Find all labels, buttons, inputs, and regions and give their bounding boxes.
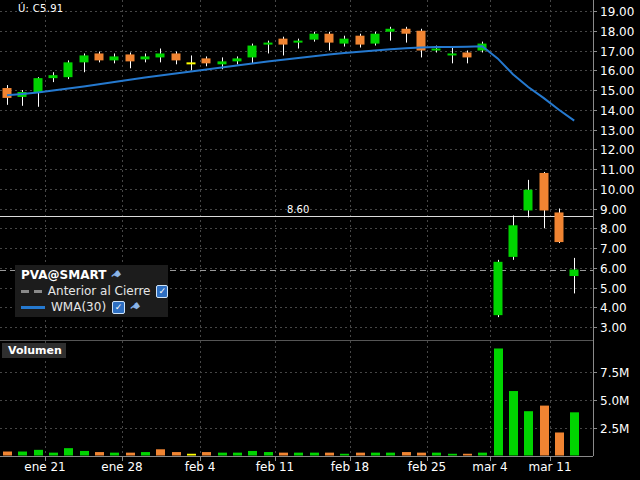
chart-legend: PVA@SMART ☚ Anterior al Cierre ✓ WMA(30)… — [15, 265, 168, 317]
volume-bar — [432, 453, 441, 456]
candle-body — [3, 88, 12, 98]
candle-body — [64, 62, 73, 77]
volume-axis-label: 5.0M — [600, 394, 629, 408]
candle-body — [110, 56, 119, 60]
candle-body — [172, 53, 181, 60]
candle-body — [402, 29, 411, 34]
price-axis-label: 5.00 — [600, 282, 627, 296]
volume-bar — [325, 453, 334, 456]
candle-body — [463, 52, 472, 57]
candle-body — [432, 49, 441, 51]
volume-bar — [417, 453, 426, 456]
candle-body — [264, 43, 273, 45]
volume-bar — [64, 448, 73, 455]
date-axis-label: feb 11 — [256, 460, 294, 474]
price-axis-label: 4.00 — [600, 301, 627, 315]
candle-body — [233, 58, 242, 61]
date-axis-label: ene 28 — [101, 460, 142, 474]
volume-bar — [279, 453, 288, 456]
last-price-label: Ú: C5.91 — [18, 3, 64, 14]
volume-bar — [264, 452, 273, 455]
hand-pointer-icon[interactable]: ☚ — [109, 268, 124, 283]
volume-bar — [126, 453, 135, 456]
legend-item-prev-close: Anterior al Cierre ✓ — [21, 283, 168, 299]
price-axis-label: 14.00 — [600, 104, 634, 118]
candle-body — [570, 270, 579, 277]
price-axis-label: 19.00 — [600, 5, 634, 19]
volume-bar — [356, 453, 365, 456]
volume-axis-label: 7.5M — [600, 366, 629, 380]
price-axis-label: 8.00 — [600, 222, 627, 236]
volume-bar — [386, 453, 395, 456]
date-axis-label: feb 18 — [331, 460, 369, 474]
volume-bar — [18, 452, 27, 456]
candle-body — [248, 46, 257, 58]
checkbox-wma[interactable]: ✓ — [112, 301, 125, 314]
date-axis-label: feb 25 — [408, 460, 446, 474]
volume-bar — [310, 453, 319, 456]
date-axis-label: feb 4 — [185, 460, 216, 474]
candle-body — [340, 39, 349, 44]
candle-body — [49, 75, 58, 78]
price-axis-label: 13.00 — [600, 124, 634, 138]
volume-bar — [110, 453, 119, 456]
volume-bar — [570, 412, 579, 455]
candle-body — [218, 61, 227, 64]
candle-body — [356, 36, 365, 45]
candle-body — [524, 190, 533, 211]
legend-symbol-row: PVA@SMART ☚ — [21, 267, 168, 283]
price-axis-label: 7.00 — [600, 242, 627, 256]
legend-item-wma: WMA(30) ✓ ☚ — [21, 299, 168, 315]
volume-bar — [80, 451, 89, 456]
volume-bar — [478, 453, 487, 456]
price-axis-label: 12.00 — [600, 143, 634, 157]
volume-axis-label: 2.5M — [600, 422, 629, 436]
hand-pointer-icon[interactable]: ☚ — [128, 300, 143, 315]
legend-symbol[interactable]: PVA@SMART — [21, 268, 106, 282]
volume-bar — [172, 452, 181, 455]
legend-label-prev-close[interactable]: Anterior al Cierre — [48, 284, 151, 298]
candle-body — [294, 41, 303, 43]
volume-bar — [95, 452, 104, 455]
candle-body — [310, 34, 319, 40]
volume-bar — [540, 406, 549, 456]
volume-bar — [3, 452, 12, 456]
volume-bar — [402, 452, 411, 455]
volume-bar — [371, 453, 380, 456]
volume-bar — [49, 453, 58, 456]
candle-body — [371, 34, 380, 44]
candle-body — [325, 34, 334, 43]
candle-body — [156, 53, 165, 57]
candle-body — [279, 39, 288, 45]
volume-bar — [509, 391, 518, 455]
chart-canvas[interactable]: 19.0018.0017.0016.0015.0014.0013.0012.00… — [0, 0, 640, 480]
price-axis-label: 11.00 — [600, 163, 634, 177]
price-axis-label: 10.00 — [600, 183, 634, 197]
volume-bar — [340, 454, 349, 456]
date-axis-label: mar 11 — [528, 460, 571, 474]
wma-line — [7, 46, 574, 120]
candle-body — [540, 173, 549, 211]
volume-bar — [524, 411, 533, 455]
date-axis-label: ene 21 — [24, 460, 65, 474]
volume-bar — [448, 454, 457, 456]
price-axis-label: 9.00 — [600, 203, 627, 217]
volume-bar — [187, 454, 196, 456]
volume-panel-title: Volumen — [2, 343, 66, 358]
volume-bar — [463, 454, 472, 456]
volume-bar — [218, 453, 227, 456]
price-axis-label: 6.00 — [600, 262, 627, 276]
candle-body — [34, 78, 43, 93]
candle-body — [126, 54, 135, 61]
volume-bar — [494, 348, 503, 455]
candle-body — [95, 53, 104, 60]
volume-bar — [156, 449, 165, 455]
candle-body — [555, 212, 564, 242]
candle-body — [187, 62, 196, 64]
checkbox-prev-close[interactable]: ✓ — [156, 285, 168, 298]
chart-window: 19.0018.0017.0016.0015.0014.0013.0012.00… — [0, 0, 640, 480]
volume-bar — [555, 432, 564, 455]
volume-bar — [202, 452, 211, 455]
legend-label-wma[interactable]: WMA(30) — [51, 300, 106, 314]
volume-bar — [233, 453, 242, 456]
